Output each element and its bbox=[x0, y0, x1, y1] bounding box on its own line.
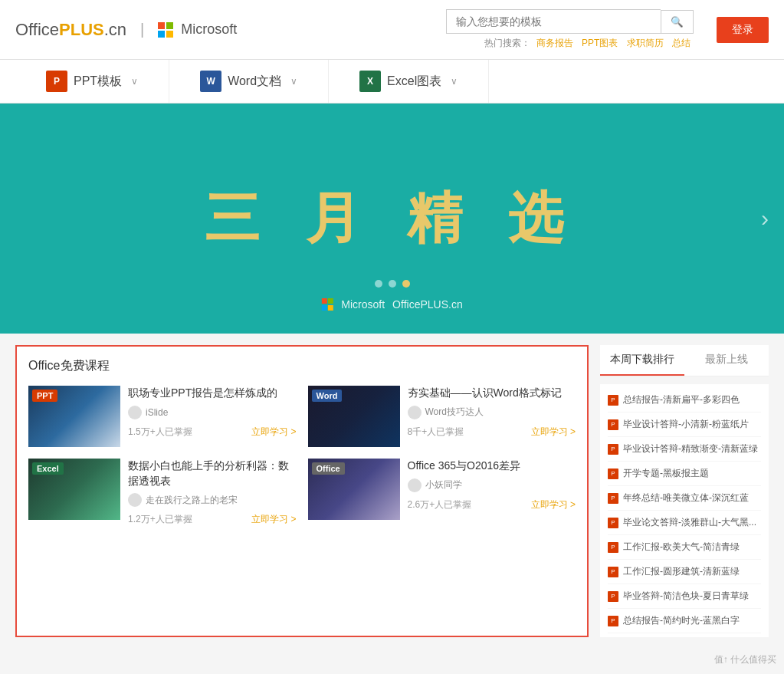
banner-ms-yellow bbox=[327, 305, 333, 311]
learn-btn-word[interactable]: 立即学习 > bbox=[531, 426, 576, 439]
logo-plus: PLUS bbox=[59, 20, 104, 39]
sidebar-item-8[interactable]: P 毕业答辩-简洁色块-夏日青草绿 bbox=[608, 584, 761, 609]
courses-section: Office免费课程 PPT 职场专业PPT报告是怎样炼成的 iSlide 1.… bbox=[15, 345, 589, 637]
course-count-word: 8千+人已掌握 bbox=[408, 426, 464, 439]
course-meta-office: 2.6万+人已掌握 立即学习 > bbox=[408, 498, 576, 511]
sidebar-item-text-7: 工作汇报-圆形建筑-清新蓝绿 bbox=[623, 565, 740, 578]
header: OfficePLUS.cn | Microsoft 🔍 热门搜索： 商务报告 P… bbox=[0, 0, 784, 60]
sidebar-item-text-2: 毕业设计答辩-精致渐变-清新蓝绿 bbox=[623, 442, 758, 455]
nav-word-label: Word文档 bbox=[228, 74, 281, 90]
course-author-ppt: iSlide bbox=[128, 406, 297, 419]
nav-item-ppt[interactable]: P PPT模板 ∨ bbox=[15, 60, 169, 103]
main-content: Office免费课程 PPT 职场专业PPT报告是怎样炼成的 iSlide 1.… bbox=[0, 334, 784, 649]
author-avatar-excel bbox=[128, 493, 142, 507]
learn-btn-office[interactable]: 立即学习 > bbox=[531, 498, 576, 511]
course-author-office: 小妖同学 bbox=[408, 478, 576, 492]
sidebar-item-5[interactable]: P 毕业论文答辩-淡雅群山-大气黑... bbox=[608, 511, 761, 535]
ppt-icon-mini-4: P bbox=[608, 493, 618, 504]
course-title-word: 夯实基础——认识Word格式标记 bbox=[408, 386, 576, 401]
banner-ms-red bbox=[321, 298, 326, 304]
logo-text: OfficePLUS.cn bbox=[15, 20, 126, 40]
author-avatar-office bbox=[408, 478, 422, 492]
tab-weekly[interactable]: 本周下载排行 bbox=[600, 345, 684, 376]
course-thumb-word[interactable]: Word bbox=[308, 386, 400, 447]
banner-dot-0[interactable] bbox=[375, 280, 382, 288]
ppt-dropdown-icon: ∨ bbox=[131, 76, 138, 87]
nav-item-excel[interactable]: X Excel图表 ∨ bbox=[329, 60, 489, 103]
nav-item-word[interactable]: W Word文档 ∨ bbox=[169, 60, 329, 103]
course-badge-office: Office bbox=[312, 462, 345, 475]
course-info-ppt: 职场专业PPT报告是怎样炼成的 iSlide 1.5万+人已掌握 立即学习 > bbox=[128, 386, 297, 439]
course-info-excel: 数据小白也能上手的分析利器：数据透视表 走在践行之路上的老宋 1.2万+人已掌握… bbox=[128, 459, 297, 526]
logo-area: OfficePLUS.cn | Microsoft bbox=[15, 20, 237, 40]
ppt-icon-mini-9: P bbox=[608, 616, 618, 626]
sidebar-item-1[interactable]: P 毕业设计答辩-小清新-粉蓝纸片 bbox=[608, 413, 761, 437]
banner-dot-2[interactable] bbox=[402, 280, 410, 288]
sidebar-item-text-3: 开学专题-黑板报主题 bbox=[623, 467, 709, 480]
banner-ms-green bbox=[327, 298, 333, 304]
sidebar-item-9[interactable]: P 总结报告-简约时光-蓝黑白字 bbox=[608, 609, 761, 633]
ms-green-square bbox=[166, 22, 173, 29]
course-meta-ppt: 1.5万+人已掌握 立即学习 > bbox=[128, 426, 297, 439]
banner-branding: Microsoft OfficePLUS.cn bbox=[321, 298, 462, 311]
nav-ppt-label: PPT模板 bbox=[74, 74, 122, 90]
logo-divider: | bbox=[140, 21, 144, 38]
banner-ms-label: Microsoft bbox=[341, 298, 385, 311]
sidebar-list: P 总结报告-清新扁平-多彩四色 P 毕业设计答辩-小清新-粉蓝纸片 P 毕业设… bbox=[600, 384, 769, 637]
banner-dot-1[interactable] bbox=[389, 280, 396, 288]
hot-item-3[interactable]: 总结 bbox=[672, 38, 691, 48]
hot-item-0[interactable]: 商务报告 bbox=[536, 38, 573, 48]
course-count-excel: 1.2万+人已掌握 bbox=[128, 513, 192, 526]
sidebar-item-text-9: 总结报告-简约时光-蓝黑白字 bbox=[623, 614, 740, 627]
tab-new[interactable]: 最新上线 bbox=[684, 345, 769, 376]
hot-item-1[interactable]: PPT图表 bbox=[582, 38, 618, 48]
course-card-word: Word 夯实基础——认识Word格式标记 Word技巧达人 8千+人已掌握 立… bbox=[308, 386, 576, 447]
banner-site-label: OfficePLUS.cn bbox=[392, 298, 463, 311]
search-input[interactable] bbox=[446, 9, 661, 34]
author-name-word: Word技巧达人 bbox=[425, 406, 484, 419]
sidebar-item-text-5: 毕业论文答辩-淡雅群山-大气黑... bbox=[623, 516, 756, 529]
banner-next-arrow[interactable]: › bbox=[761, 205, 769, 232]
author-name-ppt: iSlide bbox=[146, 407, 168, 418]
author-avatar-ppt bbox=[128, 406, 142, 419]
learn-btn-ppt[interactable]: 立即学习 > bbox=[251, 426, 296, 439]
ms-brand-label: Microsoft bbox=[181, 21, 237, 38]
author-avatar-word bbox=[408, 406, 422, 419]
course-info-office: Office 365与O2016差异 小妖同学 2.6万+人已掌握 立即学习 > bbox=[408, 459, 576, 511]
learn-btn-excel[interactable]: 立即学习 > bbox=[251, 513, 296, 526]
courses-title: Office免费课程 bbox=[28, 358, 576, 374]
author-name-office: 小妖同学 bbox=[425, 478, 462, 492]
sidebar-item-3[interactable]: P 开学专题-黑板报主题 bbox=[608, 462, 761, 486]
course-thumb-ppt[interactable]: PPT bbox=[28, 386, 120, 447]
hot-item-2[interactable]: 求职简历 bbox=[627, 38, 664, 48]
course-thumb-office[interactable]: Office bbox=[308, 459, 400, 520]
author-name-excel: 走在践行之路上的老宋 bbox=[146, 494, 238, 507]
search-area: 🔍 热门搜索： 商务报告 PPT图表 求职简历 总结 bbox=[446, 9, 694, 50]
sidebar-item-text-6: 工作汇报-欧美大气-简洁青绿 bbox=[623, 541, 740, 554]
hot-label: 热门搜索： bbox=[484, 38, 530, 48]
nav-bar: P PPT模板 ∨ W Word文档 ∨ X Excel图表 ∨ bbox=[0, 60, 784, 104]
sidebar-tabs: 本周下载排行 最新上线 bbox=[600, 345, 769, 376]
login-button[interactable]: 登录 bbox=[717, 17, 769, 43]
banner-ms-logo-icon bbox=[321, 298, 333, 311]
ppt-icon-mini-0: P bbox=[608, 395, 618, 406]
banner-ms-blue bbox=[321, 305, 326, 311]
sidebar-item-0[interactable]: P 总结报告-清新扁平-多彩四色 bbox=[608, 388, 761, 413]
ppt-icon-mini-2: P bbox=[608, 444, 618, 455]
courses-grid: PPT 职场专业PPT报告是怎样炼成的 iSlide 1.5万+人已掌握 立即学… bbox=[28, 386, 576, 526]
nav-excel-label: Excel图表 bbox=[387, 74, 441, 90]
excel-icon: X bbox=[359, 71, 381, 92]
sidebar-item-2[interactable]: P 毕业设计答辩-精致渐变-清新蓝绿 bbox=[608, 437, 761, 462]
search-button[interactable]: 🔍 bbox=[661, 10, 694, 34]
course-author-word: Word技巧达人 bbox=[408, 406, 576, 419]
course-badge-word: Word bbox=[312, 390, 343, 402]
sidebar-item-6[interactable]: P 工作汇报-欧美大气-简洁青绿 bbox=[608, 535, 761, 560]
sidebar-item-4[interactable]: P 年终总结-唯美微立体-深沉红蓝 bbox=[608, 486, 761, 511]
sidebar-item-text-8: 毕业答辩-简洁色块-夏日青草绿 bbox=[623, 590, 749, 603]
ms-red-square bbox=[158, 22, 165, 29]
course-info-word: 夯实基础——认识Word格式标记 Word技巧达人 8千+人已掌握 立即学习 > bbox=[408, 386, 576, 439]
sidebar-item-text-1: 毕业设计答辩-小清新-粉蓝纸片 bbox=[623, 418, 749, 431]
sidebar-item-7[interactable]: P 工作汇报-圆形建筑-清新蓝绿 bbox=[608, 560, 761, 584]
course-meta-excel: 1.2万+人已掌握 立即学习 > bbox=[128, 513, 297, 526]
course-thumb-excel[interactable]: Excel bbox=[28, 459, 120, 520]
